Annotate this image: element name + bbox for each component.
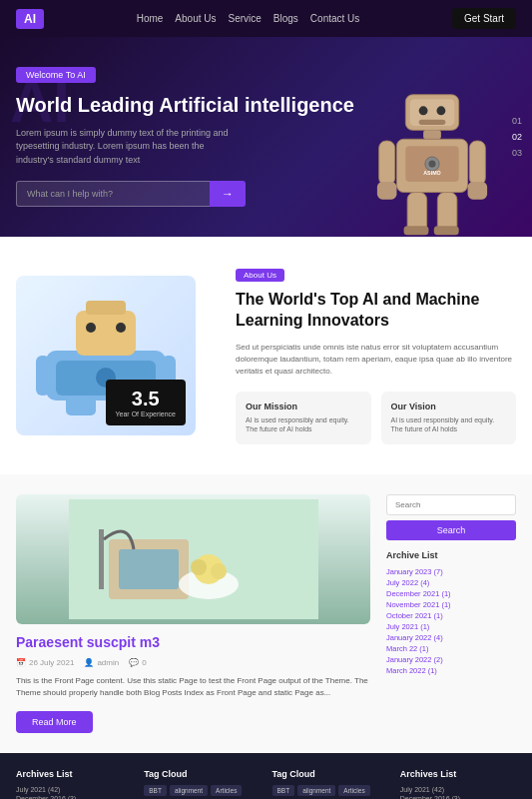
about-experience-badge: 3.5 Year Of Experience <box>106 380 186 425</box>
blog-main: Paraesent suscpit m3 📅 26 July 2021 👤 ad… <box>16 494 370 733</box>
footer-archive-item: December 2016 (3) <box>400 794 516 799</box>
tag-item[interactable]: BBT <box>272 785 295 796</box>
footer-archive-item: July 2021 (42) <box>400 785 516 794</box>
svg-rect-16 <box>404 226 429 235</box>
calendar-icon: 📅 <box>16 658 26 667</box>
footer-archive-list-2: July 2021 (42)December 2016 (3)October 2… <box>400 785 516 799</box>
nav-about[interactable]: About Us <box>175 13 216 24</box>
svg-point-35 <box>191 559 207 575</box>
about-tag: About Us <box>236 269 284 282</box>
archive-item[interactable]: January 2023 (7) <box>386 566 516 577</box>
sidebar-search-input[interactable] <box>386 494 516 515</box>
user-icon: 👤 <box>84 658 94 667</box>
footer-col1-title: Archives List <box>16 769 132 779</box>
archive-item[interactable]: July 2021 (1) <box>386 621 516 632</box>
about-left: 3.5 Year Of Experience <box>16 276 216 435</box>
indicator-2[interactable]: 02 <box>512 132 522 142</box>
hero-search-button[interactable]: → <box>210 181 246 207</box>
read-more-button[interactable]: Read More <box>16 711 93 733</box>
vision-desc: AI is used responsibly and equity. The f… <box>391 415 507 435</box>
footer-col-2: Tag Cloud BBTalignmentArticlesscenecapti… <box>144 769 260 799</box>
blog-title[interactable]: Paraesent suscpit m3 <box>16 634 370 650</box>
svg-rect-29 <box>86 301 126 315</box>
blog-illustration <box>69 499 318 619</box>
svg-point-23 <box>86 323 96 333</box>
blog-author-meta: 👤 admin <box>84 658 119 667</box>
footer-archive-item: December 2016 (3) <box>16 794 132 799</box>
blog-image <box>16 494 370 624</box>
blog-comments-meta: 💬 0 <box>129 658 146 667</box>
tag-item[interactable]: BBT <box>144 785 167 796</box>
footer-archive-item: July 2021 (42) <box>16 785 132 794</box>
indicator-3[interactable]: 03 <box>512 148 522 158</box>
mission-card: Our Mission AI is used responsibly and e… <box>236 392 371 445</box>
nav-home[interactable]: Home <box>137 13 164 24</box>
archive-item[interactable]: March 2022 (1) <box>386 665 516 676</box>
header: AI Home About Us Service Blogs Contact U… <box>0 0 532 37</box>
nav-service[interactable]: Service <box>228 13 261 24</box>
about-robot-image: 3.5 Year Of Experience <box>16 276 196 435</box>
mission-desc: AI is used responsibly and equity. The f… <box>246 415 361 435</box>
blog-image-inner <box>16 494 370 624</box>
about-right: About Us The World's Top AI and Machine … <box>236 267 516 444</box>
indicator-1[interactable]: 01 <box>512 116 522 126</box>
archive-item[interactable]: November 2021 (1) <box>386 599 516 610</box>
hero-indicators: 01 02 03 <box>512 116 522 158</box>
svg-rect-32 <box>119 549 179 589</box>
svg-rect-27 <box>66 396 96 415</box>
sidebar-archive-list: January 2023 (7)July 2022 (4)December 20… <box>386 566 516 676</box>
vision-card: Our Vision AI is used responsibly and eq… <box>381 392 517 445</box>
hero-description: Lorem ipsum is simply dummy text of the … <box>16 127 236 168</box>
about-section: 3.5 Year Of Experience About Us The Worl… <box>0 237 532 474</box>
svg-rect-25 <box>36 356 50 396</box>
hero-title: World Leading Artificial intelligence <box>16 93 516 117</box>
blog-content: This is the Front Page content. Use this… <box>16 675 370 699</box>
nav-contact[interactable]: Contact Us <box>310 13 359 24</box>
logo: AI <box>16 9 44 29</box>
svg-rect-30 <box>69 499 318 619</box>
about-description: Sed ut perspiciatis unde omnis iste natu… <box>236 342 516 378</box>
comment-icon: 💬 <box>129 658 139 667</box>
blog-comments: 0 <box>142 658 146 667</box>
get-start-button[interactable]: Get Start <box>452 8 516 29</box>
archive-item[interactable]: December 2021 (1) <box>386 588 516 599</box>
archive-item[interactable]: January 2022 (4) <box>386 632 516 643</box>
tag-item[interactable]: alignment <box>170 785 208 796</box>
svg-point-36 <box>211 563 227 579</box>
hero-search-form: → <box>16 181 246 207</box>
hero-section: AI Welcome To AI World Leading Artificia… <box>0 37 532 237</box>
tag-item[interactable]: Articles <box>211 785 242 796</box>
archive-item[interactable]: March 22 (1) <box>386 643 516 654</box>
footer-archive-list-1: July 2021 (42)December 2016 (3)October 2… <box>16 785 132 799</box>
blog-author: admin <box>97 658 119 667</box>
blog-date-meta: 📅 26 July 2021 <box>16 658 74 667</box>
footer: Archives List July 2021 (42)December 201… <box>0 753 532 799</box>
hero-welcome-badge: Welcome To AI <box>16 67 96 83</box>
archive-item[interactable]: October 2021 (1) <box>386 610 516 621</box>
blog-sidebar: Search Archive List January 2023 (7)July… <box>386 494 516 733</box>
footer-col-3: Tag Cloud BBTalignmentArticlesscenecapti… <box>272 769 388 799</box>
sidebar-archive-title: Archive List <box>386 550 516 560</box>
archive-item[interactable]: January 2022 (2) <box>386 654 516 665</box>
hero-content: Welcome To AI World Leading Artificial i… <box>16 67 516 208</box>
hero-search-input[interactable] <box>16 181 210 207</box>
vision-title: Our Vision <box>391 401 507 411</box>
footer-tag-cloud-2: BBTalignmentArticlesscenecaptionscategor… <box>272 785 388 799</box>
footer-col-1: Archives List July 2021 (42)December 201… <box>16 769 132 799</box>
footer-col3-title: Tag Cloud <box>272 769 388 779</box>
footer-col4-title: Archives List <box>400 769 516 779</box>
tag-item[interactable]: alignment <box>297 785 335 796</box>
nav-blogs[interactable]: Blogs <box>273 13 298 24</box>
svg-rect-22 <box>76 311 136 356</box>
blog-meta: 📅 26 July 2021 👤 admin 💬 0 <box>16 658 370 667</box>
blog-date: 26 July 2021 <box>29 658 74 667</box>
svg-point-24 <box>116 323 126 333</box>
archive-item[interactable]: July 2022 (4) <box>386 577 516 588</box>
tag-item[interactable]: Articles <box>338 785 369 796</box>
sidebar-search-button[interactable]: Search <box>386 520 516 540</box>
about-title: The World's Top AI and Machine Learning … <box>236 290 516 332</box>
about-cards: Our Mission AI is used responsibly and e… <box>236 392 516 445</box>
experience-label: Year Of Experience <box>116 410 176 417</box>
sidebar-search: Search <box>386 494 516 540</box>
experience-number: 3.5 <box>116 388 176 410</box>
